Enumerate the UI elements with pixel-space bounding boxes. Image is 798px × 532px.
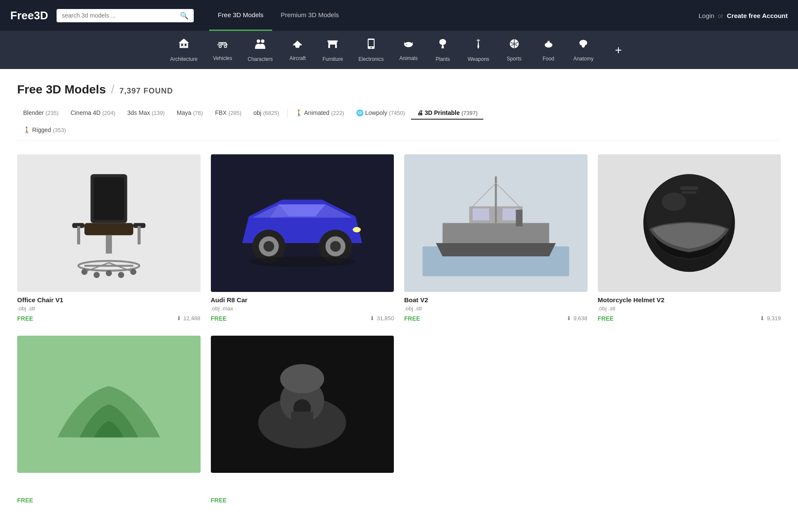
globe-icon: 🌐 bbox=[356, 109, 363, 116]
found-count: 7,397 FOUND bbox=[120, 87, 173, 96]
filter-blender-count: (235) bbox=[45, 110, 58, 116]
filter-maya[interactable]: Maya (76) bbox=[171, 107, 209, 120]
product-footer-audi-r8: FREE ⬇ 31,850 bbox=[211, 315, 394, 322]
svg-rect-14 bbox=[328, 45, 330, 48]
svg-rect-9 bbox=[222, 43, 226, 45]
category-characters[interactable]: Characters bbox=[240, 31, 281, 69]
filter-animated[interactable]: 🚶 Animated (222) bbox=[289, 107, 351, 120]
category-aircraft[interactable]: Aircraft bbox=[280, 32, 315, 68]
animals-icon bbox=[402, 39, 414, 52]
food-icon bbox=[543, 38, 554, 52]
product-card-6[interactable]: FREE bbox=[211, 336, 394, 504]
filter-lowpoly[interactable]: 🌐 Lowpoly (7450) bbox=[350, 107, 411, 120]
category-furniture-label: Furniture bbox=[322, 56, 343, 62]
product-footer-office-chair: FREE ⬇ 12,488 bbox=[17, 315, 201, 322]
category-nav: Architecture Vehicles Characters Aircraf… bbox=[0, 31, 798, 69]
svg-rect-62 bbox=[516, 210, 522, 226]
svg-point-43 bbox=[93, 272, 99, 278]
product-card-5[interactable]: FREE bbox=[17, 336, 201, 504]
category-animals[interactable]: Animals bbox=[391, 32, 426, 68]
filter-rigged[interactable]: 🚶 Rigged (353) bbox=[17, 124, 781, 137]
filter-cinema4d[interactable]: Cinema 4D (204) bbox=[65, 107, 121, 120]
svg-marker-3 bbox=[179, 39, 189, 43]
filter-animated-label: Animated bbox=[304, 109, 330, 116]
category-anatomy[interactable]: Anatomy bbox=[566, 31, 601, 69]
create-account-button[interactable]: Create free Account bbox=[727, 12, 788, 19]
svg-rect-16 bbox=[327, 40, 338, 42]
svg-point-44 bbox=[118, 272, 124, 278]
svg-rect-0 bbox=[180, 42, 188, 48]
filter-3dprintable-label: 3D Printable bbox=[425, 109, 460, 116]
category-sports[interactable]: Sports bbox=[497, 31, 531, 69]
filter-3dprintable[interactable]: 🖨 3D Printable (7397) bbox=[411, 107, 483, 120]
product-downloads-boat: ⬇ 9,638 bbox=[567, 315, 588, 322]
filter-obj[interactable]: obj (6825) bbox=[247, 107, 285, 120]
category-sports-label: Sports bbox=[507, 56, 522, 62]
category-characters-label: Characters bbox=[248, 56, 273, 62]
search-button[interactable]: 🔍 bbox=[180, 12, 189, 20]
svg-rect-36 bbox=[106, 235, 112, 254]
category-electronics[interactable]: Electronics bbox=[351, 31, 391, 69]
category-vehicles[interactable]: Vehicles bbox=[205, 32, 240, 68]
product-card-helmet[interactable]: Motorcycle Helmet V2 .obj .stl FREE ⬇ 9,… bbox=[598, 154, 781, 322]
filter-lowpoly-count: (7450) bbox=[389, 110, 405, 116]
product-image-6 bbox=[211, 336, 394, 473]
svg-point-5 bbox=[219, 45, 221, 47]
category-electronics-label: Electronics bbox=[358, 56, 384, 62]
svg-point-28 bbox=[547, 41, 550, 42]
category-food[interactable]: Food bbox=[531, 31, 566, 69]
product-name-boat: Boat V2 bbox=[404, 296, 588, 304]
filter-rigged-count: (353) bbox=[53, 127, 66, 133]
header-auth: Login or Create free Account bbox=[699, 12, 788, 19]
product-image-office-chair bbox=[17, 154, 201, 292]
filter-lowpoly-label: Lowpoly bbox=[365, 109, 387, 116]
svg-point-52 bbox=[353, 227, 361, 232]
filter-bar: Blender (235) Cinema 4D (204) 3ds Max (1… bbox=[17, 107, 781, 141]
login-link[interactable]: Login bbox=[699, 12, 714, 19]
category-more[interactable]: + bbox=[601, 36, 636, 64]
electronics-icon bbox=[367, 38, 375, 53]
filter-fbx-label: FBX bbox=[215, 109, 227, 116]
nav-premium-models[interactable]: Premium 3D Models bbox=[272, 0, 348, 31]
category-plants-label: Plants bbox=[435, 56, 450, 62]
svg-point-11 bbox=[261, 39, 264, 43]
svg-rect-31 bbox=[84, 223, 133, 235]
category-furniture[interactable]: Furniture bbox=[315, 31, 351, 69]
main-content: Free 3D Models / 7,397 FOUND Blender (23… bbox=[0, 69, 798, 517]
filter-3dsmax[interactable]: 3ds Max (139) bbox=[121, 107, 171, 120]
product-card-boat[interactable]: Boat V2 .obj .stl FREE ⬇ 9,638 bbox=[404, 154, 588, 322]
main-nav: Free 3D Models Premium 3D Models bbox=[209, 0, 348, 31]
product-image-helmet bbox=[598, 154, 781, 292]
product-name-helmet: Motorcycle Helmet V2 bbox=[598, 296, 781, 304]
download-icon-2: ⬇ bbox=[370, 315, 375, 322]
page-title: Free 3D Models bbox=[17, 83, 106, 96]
download-icon-4: ⬇ bbox=[760, 315, 765, 322]
svg-point-48 bbox=[264, 241, 274, 252]
category-weapons[interactable]: Weapons bbox=[460, 31, 497, 69]
svg-point-23 bbox=[406, 44, 407, 45]
sports-icon bbox=[509, 38, 520, 52]
product-card-audi-r8[interactable]: Audi R8 Car .obj .max FREE ⬇ 31,850 bbox=[211, 154, 394, 322]
svg-rect-12 bbox=[294, 44, 302, 45]
nav-free-models[interactable]: Free 3D Models bbox=[209, 0, 272, 31]
more-icon: + bbox=[615, 43, 622, 57]
filter-blender[interactable]: Blender (235) bbox=[17, 107, 65, 120]
svg-point-42 bbox=[130, 269, 136, 275]
category-plants[interactable]: Plants bbox=[426, 31, 460, 69]
site-logo[interactable]: Free3D bbox=[10, 9, 48, 22]
product-price-audi-r8: FREE bbox=[211, 315, 227, 322]
svg-point-7 bbox=[225, 45, 227, 47]
printer-icon: 🖨 bbox=[417, 109, 423, 116]
rigged-icon: 🚶 bbox=[23, 126, 30, 133]
category-architecture-label: Architecture bbox=[170, 56, 198, 62]
svg-rect-55 bbox=[442, 223, 549, 243]
product-card-office-chair[interactable]: Office Chair V1 .obj .stl FREE ⬇ 12,488 bbox=[17, 154, 201, 322]
filter-blender-label: Blender bbox=[23, 109, 44, 116]
category-aircraft-label: Aircraft bbox=[289, 55, 306, 61]
product-footer-boat: FREE ⬇ 9,638 bbox=[404, 315, 588, 322]
product-formats-helmet: .obj .stl bbox=[598, 305, 781, 312]
search-input[interactable] bbox=[62, 12, 177, 19]
product-image-5 bbox=[17, 336, 201, 473]
category-architecture[interactable]: Architecture bbox=[162, 31, 205, 69]
filter-fbx[interactable]: FBX (285) bbox=[209, 107, 248, 120]
